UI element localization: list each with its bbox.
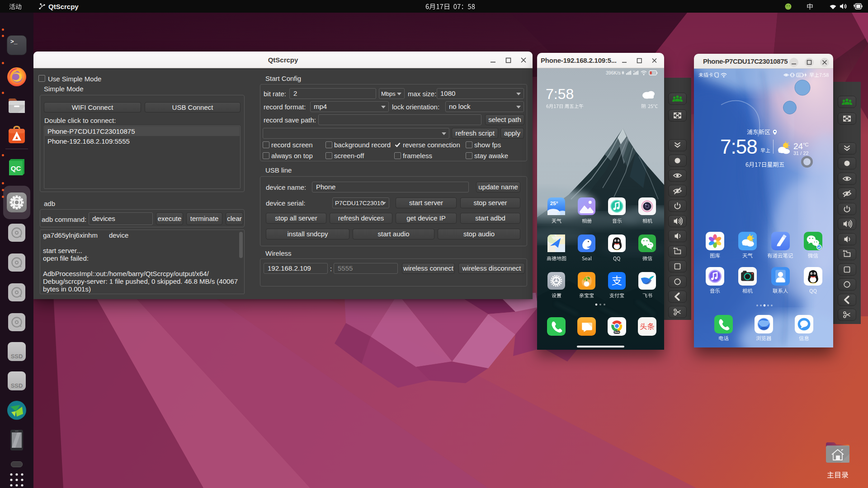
svg-text:Beta: Beta <box>614 331 619 333</box>
svg-text:25°: 25° <box>550 200 558 206</box>
svg-text:90: 90 <box>797 74 801 77</box>
svg-text:396K/s: 396K/s <box>606 70 621 75</box>
svg-text:10: 10 <box>633 70 635 72</box>
svg-text:10: 10 <box>652 71 656 75</box>
svg-text:QC: QC <box>11 164 21 172</box>
